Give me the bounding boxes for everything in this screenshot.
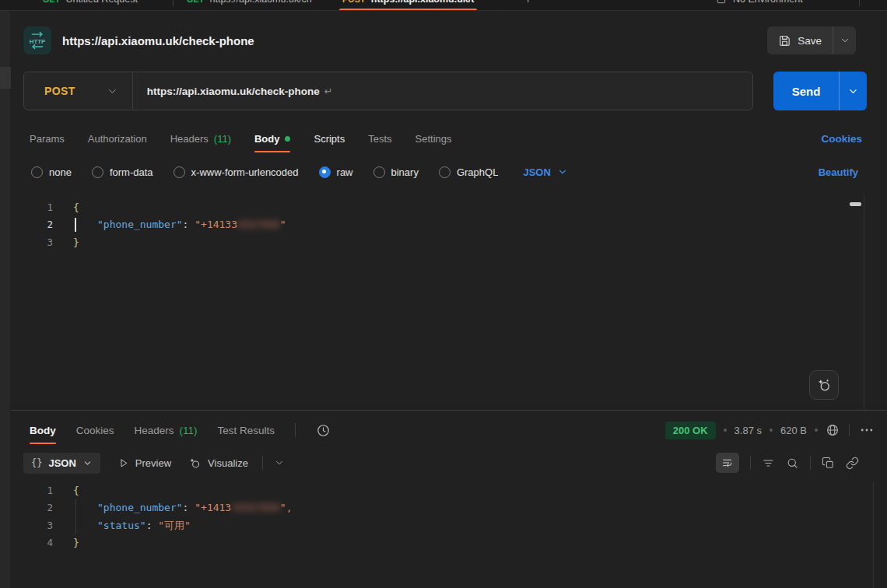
method-select[interactable]: POST	[24, 85, 132, 97]
send-options-button[interactable]	[839, 72, 867, 110]
tab-authorization[interactable]: Authorization	[88, 124, 147, 152]
tab-scripts[interactable]: Scripts	[314, 124, 345, 152]
save-button[interactable]: Save	[767, 26, 833, 54]
body-language-select[interactable]: JSON	[523, 166, 567, 178]
tab-title: Untitled Request	[66, 0, 138, 5]
tab-method-badge: GET	[187, 0, 205, 4]
workspace-tab-1[interactable]: GET Untitled Request	[43, 0, 138, 11]
environment-icon	[716, 0, 727, 5]
link-icon	[846, 457, 859, 470]
beautify-link[interactable]: Beautify	[819, 166, 858, 178]
link-button[interactable]	[846, 457, 859, 470]
copy-button[interactable]	[822, 457, 835, 470]
chevron-down-icon	[847, 86, 859, 97]
method-value: POST	[44, 85, 75, 97]
wrap-text-icon	[721, 457, 734, 469]
visualize-floating-button[interactable]	[809, 370, 839, 400]
response-tab-headers[interactable]: Headers(11)	[135, 416, 198, 444]
tab-divider	[859, 0, 860, 6]
workspace-tab-bar: GET Untitled Request GET https://api.xia…	[0, 0, 887, 11]
radio-x-www-form-urlencoded[interactable]: x-www-form-urlencoded	[174, 166, 299, 178]
chevron-down-icon	[107, 86, 118, 97]
code-line: 3 }	[11, 234, 875, 251]
svg-text:HTTP: HTTP	[30, 38, 46, 45]
response-tab-body[interactable]: Body	[30, 416, 56, 444]
tab-headers[interactable]: Headers(11)	[170, 124, 231, 152]
new-tab-button[interactable]: +	[524, 0, 531, 11]
tab-params[interactable]: Params	[30, 124, 65, 152]
copy-icon	[822, 457, 835, 470]
network-info-button[interactable]	[826, 423, 840, 437]
url-input[interactable]: https://api.xiaomu.uk/check-phone↵	[147, 86, 333, 97]
search-button[interactable]	[786, 457, 799, 470]
redacted-phone-digits: 34567890	[231, 502, 280, 513]
editor-scrollbar-handle[interactable]	[850, 202, 861, 206]
indent-guide	[75, 517, 76, 534]
request-workspace: HTTP https://api.xiaomu.uk/check-phone S…	[11, 11, 887, 588]
collapsed-sidebar[interactable]	[0, 11, 11, 588]
history-clock-icon	[316, 423, 331, 438]
filter-button[interactable]	[762, 457, 775, 470]
chevron-down-icon	[82, 458, 93, 468]
filter-icon	[762, 457, 775, 470]
send-button-group: Send	[773, 72, 867, 110]
tab-tests[interactable]: Tests	[368, 124, 391, 152]
dot-separator	[770, 429, 773, 432]
chevron-down-icon	[840, 35, 850, 46]
indent-guide	[75, 499, 76, 516]
code-line: 1 {	[11, 199, 875, 216]
editor-scroll-track	[864, 194, 864, 411]
response-meta: 200 OK 3.87 s 620 B	[665, 416, 875, 444]
http-request-icon: HTTP	[23, 26, 51, 54]
request-body-editor[interactable]: 1 { 2 "phone_number": "+141334567890" 3 …	[11, 199, 875, 408]
enter-hint-icon: ↵	[324, 86, 333, 97]
section-divider	[11, 410, 887, 411]
visualize-button[interactable]: Visualize	[188, 457, 248, 470]
wrap-text-button[interactable]	[716, 453, 739, 473]
response-body-viewer[interactable]: 1 { 2 "phone_number": "+141334567890", 3…	[11, 481, 875, 588]
view-options-button[interactable]	[274, 457, 285, 468]
url-bar: POST https://api.xiaomu.uk/check-phone↵	[23, 72, 753, 110]
sparkle-icon	[188, 457, 202, 470]
response-tab-test-results[interactable]: Test Results	[218, 416, 275, 444]
response-toolbar-actions	[716, 453, 859, 473]
environment-selector[interactable]: No Environment	[716, 0, 803, 11]
more-actions-button[interactable]	[859, 422, 875, 438]
line-number: 3	[11, 517, 53, 534]
response-format-select[interactable]: {} JSON	[23, 453, 100, 474]
tab-divider	[173, 0, 174, 6]
radio-circle-selected	[319, 166, 331, 178]
radio-graphql[interactable]: GraphQL	[439, 166, 498, 178]
url-divider	[132, 72, 133, 110]
workspace-tab-2[interactable]: GET https://api.xiaomu.uk/ch	[187, 0, 312, 11]
response-time: 3.87 s	[734, 425, 762, 436]
play-icon	[117, 457, 129, 469]
preview-button[interactable]: Preview	[117, 457, 171, 469]
globe-icon	[826, 423, 840, 437]
response-history-button[interactable]	[316, 423, 331, 438]
request-header: HTTP https://api.xiaomu.uk/check-phone S…	[23, 23, 875, 58]
line-number: 1	[11, 199, 53, 216]
ellipsis-icon	[859, 422, 875, 438]
code-line: 4 }	[11, 534, 875, 551]
tab-method-badge: GET	[43, 0, 61, 4]
radio-none[interactable]: none	[31, 166, 72, 178]
response-size: 620 B	[780, 425, 807, 436]
radio-raw-selected[interactable]: raw	[319, 166, 353, 178]
tab-body[interactable]: Body	[254, 124, 291, 152]
radio-binary[interactable]: binary	[373, 166, 419, 178]
radio-form-data[interactable]: form-data	[92, 166, 153, 178]
sparkle-icon	[816, 377, 832, 393]
sidebar-item-partial	[0, 67, 11, 89]
line-number: 3	[11, 234, 53, 251]
divider	[849, 424, 850, 436]
headers-count: (11)	[214, 133, 231, 145]
tab-settings[interactable]: Settings	[415, 124, 452, 152]
save-options-button[interactable]	[833, 26, 856, 54]
response-tab-cookies[interactable]: Cookies	[76, 416, 114, 444]
tab-method-badge: POST	[342, 0, 366, 4]
send-button[interactable]: Send	[773, 72, 839, 110]
cookies-link[interactable]: Cookies	[821, 124, 862, 152]
dot-separator	[724, 429, 727, 432]
workspace-tab-3-active[interactable]: POST https://api.xiaomu.uk/t	[342, 0, 474, 11]
